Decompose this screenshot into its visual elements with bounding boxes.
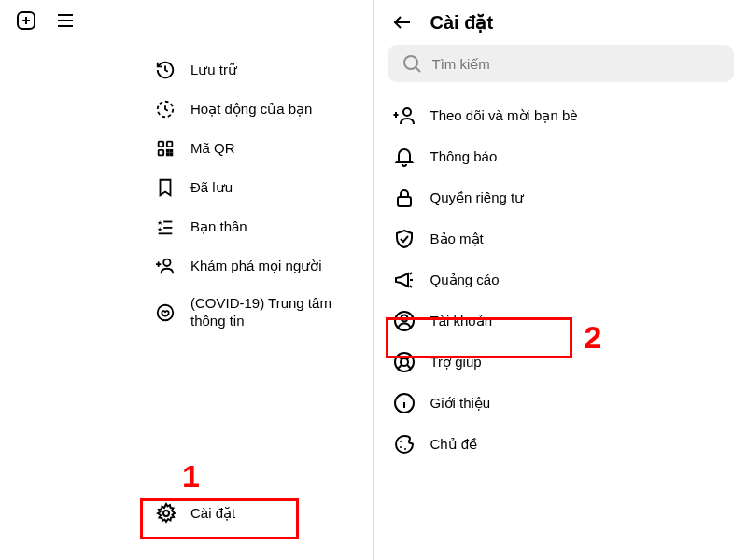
follow-invite-icon [393,105,416,127]
search-icon [401,52,423,75]
menu-item-label: Đã lưu [190,179,233,197]
menu-item-label: Lưu trữ [190,62,237,79]
svg-point-25 [404,56,417,69]
step-1-number: 1 [182,458,200,495]
settings-about[interactable]: Giới thiệu [374,383,748,424]
settings-ads[interactable]: Quảng cáo [374,259,748,301]
megaphone-icon [393,269,416,291]
menu-item-label: Khám phá mọi người [190,258,322,275]
settings-pane: Cài đặt Theo dõi và mời bạn bè Thông báo [374,0,748,560]
saved-icon [155,177,176,198]
svg-point-19 [163,259,170,266]
new-post-icon[interactable] [15,9,37,32]
menu-item-label: Bạn thân [190,218,247,236]
settings-theme[interactable]: Chủ đề [374,424,748,465]
settings-item-label: Giới thiệu [430,395,491,413]
menu-item-label: Mã QR [190,140,235,158]
svg-point-44 [403,399,405,400]
menu-item-label: (COVID-19) Trung tâm thông tin [190,295,340,330]
search-field[interactable] [388,45,735,82]
hamburger-icon[interactable] [54,9,77,32]
svg-point-46 [400,446,402,448]
svg-rect-13 [171,154,173,156]
settings-item-label: Theo dõi và mời bạn bè [430,107,578,125]
svg-rect-10 [167,150,169,152]
svg-rect-7 [159,142,164,147]
svg-rect-9 [159,150,164,156]
qr-icon [155,138,176,159]
settings-item-label: Bảo mật [430,231,484,248]
menu-close-friends[interactable]: ★★ Bạn thân [140,207,374,246]
search-input[interactable] [432,56,722,72]
settings-item-label: Quyền riêng tư [430,189,525,207]
step-1-highlight [140,498,299,539]
svg-line-41 [407,365,411,369]
svg-line-33 [410,286,412,287]
svg-point-47 [404,448,406,450]
close-friends-icon: ★★ [155,217,176,237]
menu-item-label: Hoạt động của bạn [190,101,312,119]
theme-icon [393,433,416,455]
svg-line-26 [416,68,420,73]
page-title: Cài đặt [430,11,494,34]
back-icon[interactable] [391,11,414,34]
settings-item-label: Thông báo [430,148,498,166]
settings-security[interactable]: Bảo mật [374,218,748,259]
svg-rect-8 [167,142,173,147]
menu-covid[interactable]: (COVID-19) Trung tâm thông tin [140,286,374,340]
settings-item-label: Chủ đề [430,436,478,454]
svg-line-31 [410,273,412,274]
shield-icon [393,228,416,250]
svg-rect-12 [167,154,169,156]
menu-discover-people[interactable]: Khám phá mọi người [140,246,374,286]
settings-follow-invite[interactable]: Theo dõi và mời bạn bè [374,95,748,136]
svg-point-27 [403,108,411,116]
settings-item-label: Quảng cáo [430,272,500,289]
menu-activity[interactable]: Hoạt động của bạn [140,90,374,129]
svg-rect-11 [171,150,173,152]
lock-icon [393,187,416,209]
settings-notifications[interactable]: Thông báo [374,136,748,177]
menu-archive[interactable]: Lưu trữ [140,50,374,90]
covid-icon [155,302,176,323]
svg-text:★: ★ [157,225,162,233]
svg-line-40 [398,365,402,369]
activity-icon [155,99,176,119]
svg-rect-30 [398,197,411,206]
history-icon [155,60,176,80]
profile-menu-pane: Lưu trữ Hoạt động của bạn Mã QR Đã lưu [0,0,374,560]
discover-people-icon [155,256,176,276]
settings-privacy[interactable]: Quyền riêng tư [374,177,748,218]
info-icon [393,392,416,414]
menu-saved[interactable]: Đã lưu [140,168,374,207]
step-2-highlight [386,317,572,358]
svg-point-45 [400,441,402,442]
bell-icon [393,146,416,168]
svg-point-37 [401,358,408,366]
menu-qr[interactable]: Mã QR [140,129,374,168]
